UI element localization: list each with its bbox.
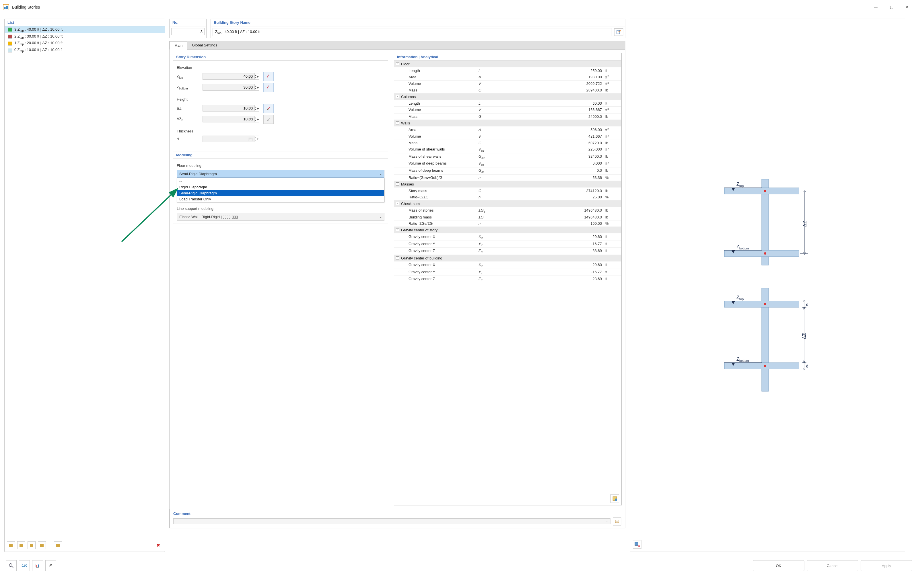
info-unit: lb — [604, 140, 622, 146]
list-toolbar: ✖ — [5, 539, 165, 552]
number-header: No. — [170, 19, 206, 26]
dz-pick-icon[interactable] — [263, 104, 274, 113]
footer-bar: 0,00 fx OK Cancel Apply — [0, 556, 918, 575]
dz-input[interactable] — [202, 105, 254, 111]
story-name-header: Building Story Name — [211, 19, 625, 26]
collapse-icon[interactable]: − — [396, 228, 399, 231]
story-list-item[interactable]: 1 Ztop : 20.00 ft | ΔZ : 10.00 ft — [5, 40, 165, 47]
ok-button[interactable]: OK — [753, 560, 805, 571]
color-swatch — [8, 48, 12, 52]
info-row: Gravity center Y YC -16.77 ft — [394, 269, 622, 276]
left-column: Story Dimension Elevation Ztop ▲▼▶ [ft] — [173, 53, 388, 506]
floor-modeling-option[interactable]: -- — [177, 178, 384, 184]
info-unit: % — [604, 220, 622, 226]
info-section-header[interactable]: −Gravity center of building — [394, 255, 622, 262]
info-row: Length L 60.00 ft — [394, 100, 622, 107]
tab-global-settings[interactable]: Global Settings — [187, 41, 222, 49]
info-section-header[interactable]: −Gravity center of story — [394, 227, 622, 234]
spin-down-icon[interactable]: ▼ — [255, 108, 257, 111]
tab-main[interactable]: Main — [170, 41, 187, 50]
info-value: 53.36 — [497, 174, 604, 181]
info-name: Area — [394, 74, 478, 80]
spin-down-icon[interactable]: ▼ — [255, 119, 257, 123]
list-tool-3[interactable] — [28, 541, 36, 549]
info-row: Building mass ΣG 1496480.0 lb — [394, 214, 622, 220]
svg-text:Z: Z — [737, 182, 739, 187]
info-section-header[interactable]: −Columns — [394, 94, 622, 100]
info-settings-icon[interactable] — [610, 494, 619, 503]
info-value: 1496480.0 — [497, 214, 604, 220]
stepper-menu-icon[interactable]: ▶ — [257, 105, 259, 111]
comment-tool-icon[interactable] — [613, 517, 622, 525]
info-section-header[interactable]: −Masses — [394, 181, 622, 188]
dz0-label: ΔZ0 — [177, 117, 200, 122]
spin-down-icon[interactable]: ▼ — [255, 87, 257, 90]
svg-rect-71 — [36, 565, 37, 567]
spin-up-icon[interactable]: ▲ — [255, 116, 257, 119]
story-name-field[interactable]: Ztop : 40.00 ft | ΔZ : 10.00 ft — [212, 28, 612, 36]
list-tool-2[interactable] — [17, 541, 25, 549]
floor-modeling-option[interactable]: Rigid Diaphragm — [177, 184, 384, 190]
dz0-input[interactable] — [202, 116, 254, 123]
info-value: 166.667 — [497, 107, 604, 113]
spin-up-icon[interactable]: ▲ — [255, 73, 257, 76]
info-name: Volume of shear walls — [394, 146, 478, 153]
units-icon[interactable]: 0,00 — [19, 560, 30, 571]
info-symbol: η — [478, 220, 497, 226]
floor-modeling-options: --Rigid DiaphragmSemi-Rigid DiaphragmLoa… — [177, 178, 384, 202]
spin-up-icon[interactable]: ▲ — [255, 84, 257, 87]
info-unit: ft — [604, 248, 622, 255]
formula-icon[interactable]: fx — [45, 560, 56, 571]
collapse-icon[interactable]: − — [396, 183, 399, 186]
collapse-icon[interactable]: − — [396, 121, 399, 124]
close-button[interactable]: ✕ — [899, 2, 915, 13]
story-list-item[interactable]: 3 Ztop : 40.00 ft | ΔZ : 10.00 ft — [5, 26, 165, 33]
floor-modeling-dropdown[interactable]: Semi-Rigid Diaphragm ⌄ — [177, 170, 384, 178]
titlebar: Building Stories — ▢ ✕ — [0, 0, 918, 15]
spin-down-icon[interactable]: ▼ — [255, 76, 257, 80]
minimize-button[interactable]: — — [868, 2, 884, 13]
list-delete-icon[interactable]: ✖ — [154, 541, 162, 549]
info-name: Ratio=ΣGs/ΣG — [394, 220, 478, 226]
comment-panel: Comment ⌄ — [170, 509, 625, 528]
middle-panel: No. Building Story Name Ztop : 40.00 ft … — [169, 19, 625, 552]
number-input[interactable] — [171, 28, 204, 35]
zbottom-pick-icon[interactable] — [263, 83, 274, 92]
stepper-menu-icon[interactable]: ▶ — [257, 73, 259, 80]
info-section-header[interactable]: −Walls — [394, 120, 622, 127]
info-symbol: η — [478, 194, 497, 200]
floor-modeling-option[interactable]: Load Transfer Only — [177, 196, 384, 202]
ztop-input[interactable] — [202, 73, 254, 80]
maximize-button[interactable]: ▢ — [884, 2, 899, 13]
info-unit: ft — [604, 68, 622, 74]
collapse-icon[interactable]: − — [396, 256, 399, 260]
information-body[interactable]: −FloorLength L 259.00 ftArea A 1980.00 f… — [394, 61, 622, 492]
list-tool-4[interactable] — [38, 541, 46, 549]
line-support-dropdown[interactable]: Elastic Wall | Rigid-Rigid | ▯▯▯▯ ▯▯▯ ⌄ — [177, 213, 384, 221]
svg-point-29 — [764, 252, 766, 255]
chart-icon[interactable] — [32, 560, 43, 571]
stepper-menu-icon[interactable]: ▶ — [257, 84, 259, 90]
info-row: Volume V 166.667 ft3 — [394, 107, 622, 113]
ztop-pick-icon[interactable] — [263, 72, 274, 81]
zbottom-input[interactable] — [202, 84, 254, 90]
story-list-item[interactable]: 2 Ztop : 30.00 ft | ΔZ : 10.00 ft — [5, 33, 165, 40]
floor-modeling-option[interactable]: Semi-Rigid Diaphragm — [177, 190, 384, 196]
info-row: Mass G 289400.0 lb — [394, 87, 622, 94]
list-tool-5[interactable] — [54, 541, 62, 549]
stepper-menu-icon[interactable]: ▶ — [257, 116, 259, 123]
list-tool-1[interactable] — [7, 541, 15, 549]
story-list-item[interactable]: 0 Ztop : 10.00 ft | ΔZ : 10.00 ft — [5, 47, 165, 53]
cancel-button[interactable]: Cancel — [807, 560, 858, 571]
info-section-header[interactable]: −Check sum — [394, 200, 622, 207]
collapse-icon[interactable]: − — [396, 95, 399, 98]
search-icon[interactable] — [6, 560, 17, 571]
collapse-icon[interactable]: − — [396, 202, 399, 205]
info-section-header[interactable]: −Floor — [394, 61, 622, 68]
preview-tool-icon[interactable] — [633, 540, 641, 549]
comment-field[interactable]: ⌄ — [173, 519, 610, 524]
collapse-icon[interactable]: − — [396, 62, 399, 65]
edit-name-icon[interactable] — [614, 28, 623, 36]
spin-up-icon[interactable]: ▲ — [255, 105, 257, 108]
svg-rect-43 — [724, 301, 799, 307]
